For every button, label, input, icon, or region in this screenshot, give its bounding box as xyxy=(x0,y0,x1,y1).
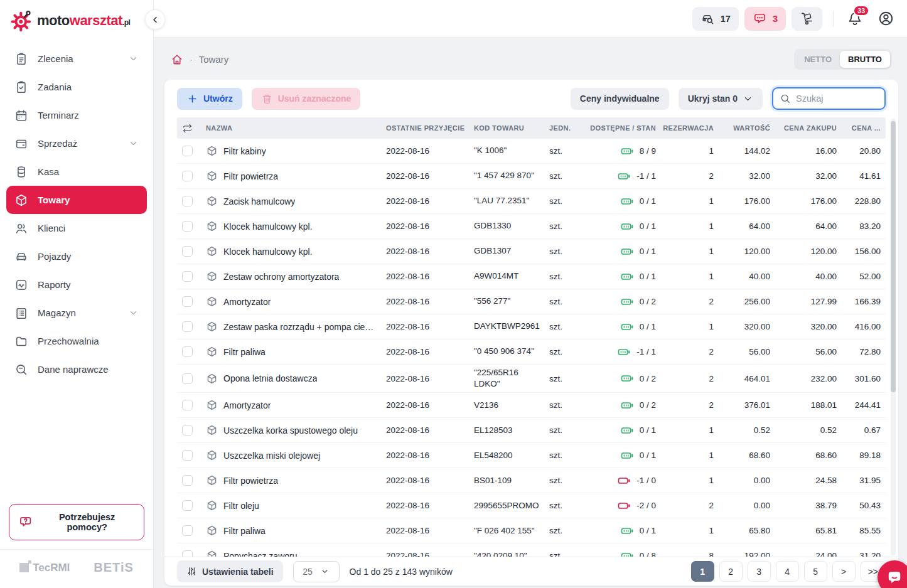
sidebar-item-kasa[interactable]: Kasa xyxy=(6,158,147,186)
row-checkbox[interactable] xyxy=(182,346,193,357)
row-checkbox[interactable] xyxy=(182,475,193,486)
sidebar-item-pojazdy[interactable]: Pojazdy xyxy=(6,242,147,270)
vehicle-search-button[interactable]: 17 xyxy=(692,7,739,31)
table-row[interactable]: Amortyzator2022-08-16V2136szt.0 / 22376.… xyxy=(177,393,886,418)
column-header-1[interactable]: OSTATNIE PRZYJĘCIE xyxy=(381,124,469,132)
product-name: Klocek hamulcowy kpl. xyxy=(223,247,313,257)
table-row[interactable]: Klocek hamulcowy kpl.2022-08-16GDB1307sz… xyxy=(177,239,886,264)
table-row[interactable]: Uszczelka korka spustowego oleju2022-08-… xyxy=(177,418,886,443)
search-input[interactable] xyxy=(796,94,878,104)
unit: szt. xyxy=(544,548,581,557)
row-checkbox[interactable] xyxy=(182,373,193,384)
product-name: Opona letnia dostawcza xyxy=(223,373,317,383)
sidebar-item-przechowalnia[interactable]: Przechowalnia xyxy=(6,327,147,355)
page-4-button[interactable]: 4 xyxy=(776,561,799,582)
table-row[interactable]: Filtr powietrza2022-08-16BS01-109szt.-1 … xyxy=(177,468,886,493)
row-checkbox[interactable] xyxy=(182,525,193,536)
row-checkbox[interactable] xyxy=(182,296,193,307)
toggle-netto[interactable]: NETTO xyxy=(796,51,840,68)
row-checkbox[interactable] xyxy=(182,500,193,511)
sidebar-item-zadania[interactable]: Zadania xyxy=(6,73,147,101)
table-row[interactable]: Popychacz zaworu2022-08-16"420 0209 10"s… xyxy=(177,543,886,557)
column-header-2[interactable]: KOD TOWARU xyxy=(469,124,544,132)
product-name: Zestaw paska rozrządu + pompa cieczy chł… xyxy=(223,322,376,332)
column-header-4[interactable]: DOSTĘPNE / STAN xyxy=(581,124,661,132)
handtruck-icon xyxy=(800,11,814,26)
sale-price: 156.00 xyxy=(842,244,886,259)
table-row[interactable]: Amortyzator2022-08-16"556 277"szt.0 / 22… xyxy=(177,289,886,314)
table-row[interactable]: Zacisk hamulcowy2022-08-16"LAU 77.2351"s… xyxy=(177,189,886,214)
sidebar-item-towary[interactable]: Towary xyxy=(6,186,147,214)
handtruck-button[interactable] xyxy=(792,7,822,31)
row-checkbox[interactable] xyxy=(182,271,193,282)
reorder-columns-header[interactable] xyxy=(177,123,201,134)
create-button[interactable]: Utwórz xyxy=(177,88,242,110)
sidebar-item-dane-naprawcze[interactable]: Dane naprawcze xyxy=(6,355,147,383)
column-header-8[interactable]: CENA ... xyxy=(842,124,886,132)
table-row[interactable]: Filtr paliwa2022-08-16"F 026 402 155"szt… xyxy=(177,518,886,543)
purchase-price: 56.00 xyxy=(775,345,842,359)
page-size-select[interactable]: 25 xyxy=(293,561,340,582)
table-row[interactable]: Filtr powietrza2022-08-16"1 457 429 870"… xyxy=(177,164,886,189)
table-row[interactable]: Filtr paliwa2022-08-16"0 450 906 374"szt… xyxy=(177,339,886,365)
messages-button[interactable]: 3 xyxy=(744,7,786,31)
purchase-price: 40.00 xyxy=(775,269,842,284)
last-delivery-date: 2022-08-16 xyxy=(381,448,469,462)
table-row[interactable]: Zestaw paska rozrządu + pompa cieczy chł… xyxy=(177,314,886,339)
table-row[interactable]: Klocek hamulcowy kpl.2022-08-16GDB1330sz… xyxy=(177,214,886,239)
individual-prices-button[interactable]: Ceny indywidualne xyxy=(571,88,669,110)
table-row[interactable]: Opona letnia dostawcza2022-08-16"225/65R… xyxy=(177,365,886,393)
row-checkbox[interactable] xyxy=(182,196,193,206)
table-row[interactable]: Zestaw ochrony amortyzatora2022-08-16A9W… xyxy=(177,264,886,289)
stock-worth: 65.80 xyxy=(719,523,775,538)
purchase-price: 32.00 xyxy=(775,169,842,183)
page-3-button[interactable]: 3 xyxy=(748,561,771,582)
row-checkbox[interactable] xyxy=(182,400,193,410)
delete-selected-button[interactable]: Usuń zaznaczone xyxy=(252,88,361,110)
column-header-0[interactable]: NAZWA xyxy=(201,124,381,132)
column-header-6[interactable]: WARTOŚĆ xyxy=(719,124,775,132)
brand-logo[interactable]: motowarsztat.pl xyxy=(0,0,153,41)
row-checkbox[interactable] xyxy=(182,450,193,461)
page-2-button[interactable]: 2 xyxy=(719,561,743,582)
purchase-price: 16.00 xyxy=(775,144,842,158)
row-checkbox[interactable] xyxy=(182,246,193,257)
table-settings-button[interactable]: Ustawienia tabeli xyxy=(177,560,283,582)
help-chat-icon xyxy=(18,515,33,530)
column-header-7[interactable]: CENA ZAKUPU xyxy=(775,124,842,132)
page-5-button[interactable]: 5 xyxy=(804,561,827,582)
column-header-3[interactable]: JEDN. xyxy=(544,124,581,132)
home-icon[interactable] xyxy=(171,53,183,66)
row-checkbox[interactable] xyxy=(182,221,193,232)
sidebar-collapse-button[interactable] xyxy=(145,9,165,29)
next-page-button[interactable]: > xyxy=(832,561,856,582)
sidebar-item-magazyn[interactable]: Magazyn xyxy=(6,299,147,327)
table-row[interactable]: Filtr oleju2022-08-162995655PROMOszt.-2 … xyxy=(177,493,886,518)
row-checkbox[interactable] xyxy=(182,146,193,156)
table-row[interactable]: Uszczelka miski olejowej2022-08-16EL5482… xyxy=(177,443,886,468)
plus-icon xyxy=(186,93,198,105)
row-checkbox[interactable] xyxy=(182,550,193,557)
sidebar-item-terminarz[interactable]: Terminarz xyxy=(6,101,147,129)
page-1-button[interactable]: 1 xyxy=(691,561,714,582)
sidebar-item-zlecenia[interactable]: Zlecenia xyxy=(6,45,147,73)
swap-icon xyxy=(182,123,193,134)
product-name: Filtr powietrza xyxy=(223,171,278,181)
user-circle-icon xyxy=(877,10,894,27)
row-checkbox[interactable] xyxy=(182,171,193,181)
sidebar-item-raporty[interactable]: Raporty xyxy=(6,270,147,299)
sidebar-item-klienci[interactable]: Klienci xyxy=(6,214,147,242)
notifications-button[interactable]: 33 xyxy=(847,11,863,27)
stock-value: -1 / 1 xyxy=(636,347,656,356)
help-button[interactable]: Potrzebujesz pomocy? xyxy=(9,504,144,540)
account-button[interactable] xyxy=(877,10,894,27)
toggle-brutto[interactable]: BRUTTO xyxy=(840,51,890,68)
column-header-5[interactable]: REZERWACJA xyxy=(661,124,719,132)
last-delivery-date: 2022-08-16 xyxy=(381,169,469,183)
row-checkbox[interactable] xyxy=(182,425,193,436)
row-checkbox[interactable] xyxy=(182,321,193,332)
table-row[interactable]: Filtr kabiny2022-08-16"K 1006"szt.8 / 91… xyxy=(177,139,886,164)
sidebar-item-sprzedaz[interactable]: Sprzedaż xyxy=(6,129,147,158)
hide-zero-stock-dropdown[interactable]: Ukryj stan 0 xyxy=(679,88,763,110)
scrollbar-thumb[interactable] xyxy=(891,121,896,392)
